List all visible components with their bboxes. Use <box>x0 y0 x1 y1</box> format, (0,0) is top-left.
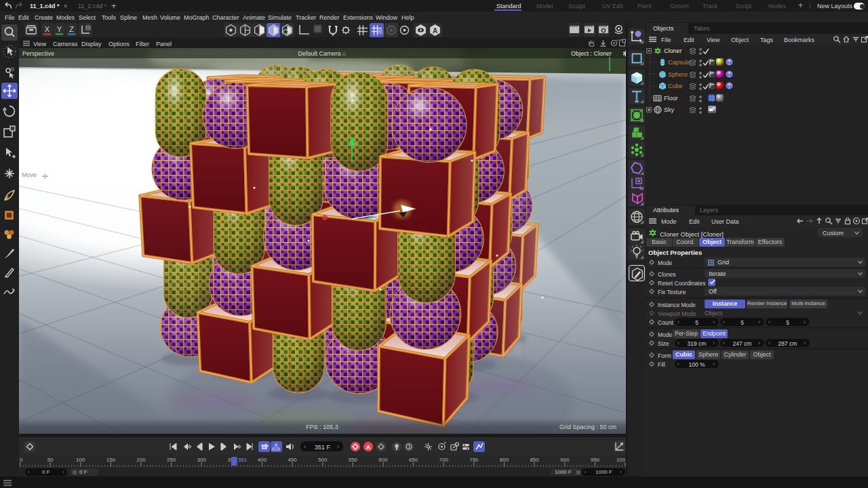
svg-text:A: A <box>275 443 278 447</box>
svg-text:700: 700 <box>439 457 449 463</box>
svg-text:351: 351 <box>238 457 248 463</box>
svg-text:150: 150 <box>106 457 116 463</box>
svg-text:Perspective: Perspective <box>22 50 54 57</box>
svg-text:750: 750 <box>469 457 479 463</box>
svg-text:200: 200 <box>136 457 146 463</box>
svg-text:450: 450 <box>288 457 297 463</box>
svg-text:100: 100 <box>76 457 85 463</box>
svg-text:400: 400 <box>258 457 267 463</box>
svg-text:650: 650 <box>409 457 418 463</box>
svg-text:A: A <box>366 444 371 451</box>
svg-text:800: 800 <box>500 457 509 463</box>
svg-text:A: A <box>433 27 437 35</box>
svg-text:Default Camera ⌂: Default Camera ⌂ <box>298 50 347 57</box>
svg-text:300: 300 <box>197 457 207 463</box>
svg-text:0: 0 <box>20 457 23 463</box>
svg-text:850: 850 <box>530 457 539 463</box>
svg-text:50: 50 <box>47 457 54 463</box>
svg-text:550: 550 <box>349 457 358 463</box>
svg-text:Move: Move <box>22 171 37 178</box>
svg-text:900: 900 <box>560 457 570 463</box>
svg-text:100: 100 <box>616 457 626 463</box>
svg-text:950: 950 <box>591 457 600 463</box>
svg-text:600: 600 <box>378 457 388 463</box>
svg-text:X: X <box>45 25 50 33</box>
svg-text:✛: ✛ <box>42 172 48 180</box>
svg-text:FPS : 105.3: FPS : 105.3 <box>306 424 338 430</box>
svg-text:Y: Y <box>57 25 62 33</box>
svg-text:Grid Spacing : 50 cm: Grid Spacing : 50 cm <box>559 424 616 430</box>
svg-text:500: 500 <box>318 457 328 463</box>
svg-text:Object : Cloner: Object : Cloner <box>571 50 612 57</box>
svg-text:Z: Z <box>69 25 74 33</box>
svg-text:250: 250 <box>167 457 176 463</box>
